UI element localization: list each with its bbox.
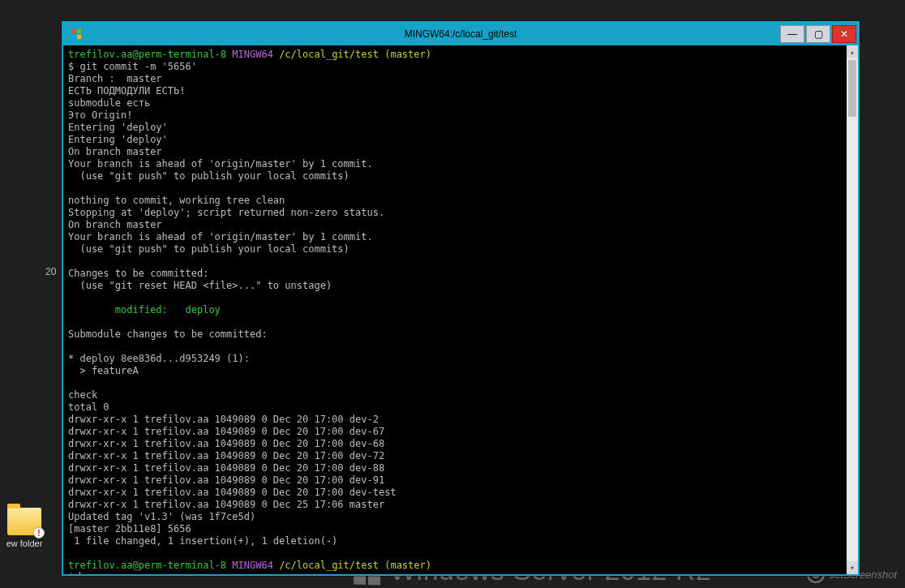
prompt-env: MINGW64 (232, 560, 273, 571)
svg-rect-1 (77, 29, 81, 33)
prompt-path: /c/local_git/test (279, 560, 379, 571)
folder-label: ew folder (0, 539, 49, 548)
output-block-1: Branch : master ЕСТЬ ПОДМОДУЛИ ЕСТЬ! sub… (68, 73, 384, 291)
titlebar[interactable]: MINGW64:/c/local_git/test — ▢ ✕ (63, 23, 858, 45)
warning-badge-icon: ! (33, 527, 45, 539)
terminal-output: trefilov.aa@perm-terminal-8 MINGW64 /c/l… (63, 45, 847, 574)
terminal-body[interactable]: trefilov.aa@perm-terminal-8 MINGW64 /c/l… (63, 45, 847, 574)
scroll-up-button[interactable]: ▴ (847, 45, 858, 58)
scroll-down-button[interactable]: ▾ (847, 561, 858, 574)
cursor[interactable] (79, 572, 80, 574)
close-button[interactable]: ✕ (832, 25, 856, 43)
prompt-user-host: trefilov.aa@perm-terminal-8 (68, 560, 226, 571)
desktop-folder[interactable]: ! ew folder (0, 508, 49, 548)
maximize-button[interactable]: ▢ (806, 25, 830, 43)
output-block-2: Submodule changes to be committed: * dep… (68, 328, 397, 547)
svg-rect-0 (71, 29, 75, 33)
prompt-branch: (master) (384, 560, 431, 571)
desktop: 20 ! ew folder Windows Server 2012 R2 Je… (0, 0, 905, 588)
scrollbar[interactable]: ▴ ▾ (847, 45, 858, 574)
folder-icon: ! (7, 508, 41, 535)
prompt-env: MINGW64 (232, 49, 273, 60)
prompt-sigil: $ (68, 61, 74, 72)
prompt-user-host: trefilov.aa@perm-terminal-8 (68, 49, 226, 60)
prompt-branch: (master) (384, 49, 431, 60)
svg-rect-2 (71, 35, 75, 39)
cmd-line: git commit -m '5656' (79, 61, 197, 72)
svg-rect-3 (77, 35, 81, 39)
minimize-button[interactable]: — (780, 25, 804, 43)
scroll-thumb[interactable] (848, 60, 856, 117)
gutter-line-number: 20 (45, 266, 56, 277)
window-title: MINGW64:/c/local_git/test (63, 28, 858, 40)
terminal-window: MINGW64:/c/local_git/test — ▢ ✕ trefilov… (62, 21, 860, 576)
prompt-path: /c/local_git/test (279, 49, 379, 60)
app-icon (68, 26, 84, 42)
prompt-sigil: $ (68, 572, 74, 574)
window-controls: — ▢ ✕ (778, 25, 858, 43)
modified-line: modified: deploy (68, 304, 221, 315)
